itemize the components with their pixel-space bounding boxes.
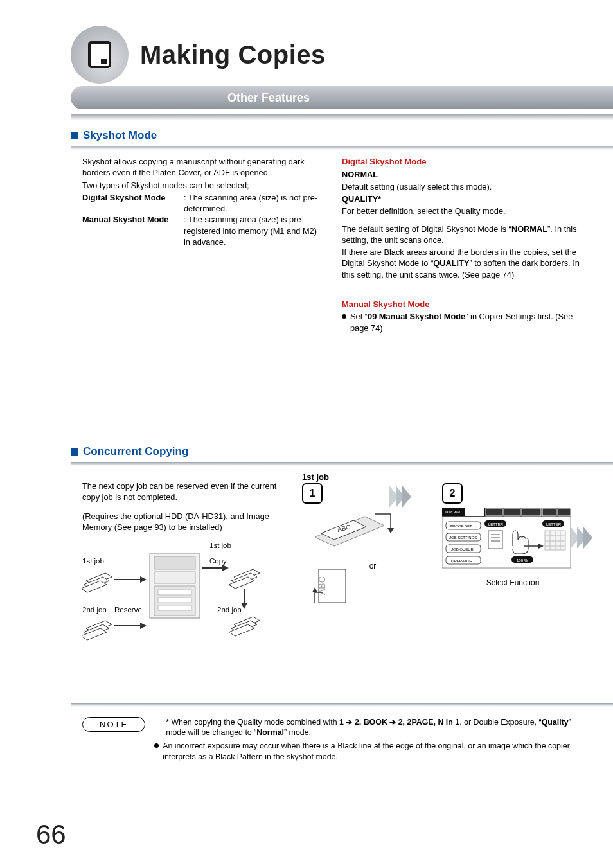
page-number: 66: [36, 819, 66, 850]
svg-rect-11: [158, 590, 191, 595]
quality-desc: For better definition, select the Qualit…: [342, 206, 583, 217]
header-icon-circle: [71, 26, 129, 84]
section-heading-concurrent: Concurrent Copying: [71, 445, 613, 458]
default-para-1: The default setting of Digital Skyshot M…: [342, 224, 583, 246]
svg-text:OPERATOR: OPERATOR: [451, 559, 473, 563]
svg-text:100 %: 100 %: [517, 558, 528, 562]
digital-mode-label: Digital Skyshot Mode: [82, 192, 184, 215]
skyshot-intro-1: Skyshot allows copying a manuscript with…: [82, 156, 324, 179]
manual-bullet-row: Set “09 Manual Skyshot Mode” in Copier S…: [342, 311, 583, 333]
step-pair: 1 ABC AB: [302, 483, 583, 612]
square-bullet-icon: [71, 448, 78, 456]
quality-label: QUALITY*: [342, 194, 381, 204]
note-item-2: An incorrect exposure may occur when the…: [154, 741, 583, 762]
svg-text:JOB SETTINGS: JOB SETTINGS: [449, 536, 477, 540]
note-label: NOTE: [82, 717, 145, 732]
step-1: 1 ABC AB: [302, 483, 431, 612]
note-row: NOTE * When copying the Quality mode com…: [82, 717, 583, 765]
concurrent-body: The next copy job can be reserved even i…: [82, 472, 583, 658]
page-header: Making Copies: [71, 26, 613, 84]
svg-text:ABC: ABC: [317, 576, 327, 595]
step-number-1: 1: [302, 483, 323, 504]
step1-illustration: ABC ABC: [302, 508, 411, 604]
divider-line: [342, 292, 583, 292]
svg-rect-8: [154, 556, 195, 569]
manual-mode-desc: : The scanning area (size) is pre-regist…: [184, 214, 324, 247]
normal-desc: Default setting (usually select this mod…: [342, 181, 583, 192]
skyshot-body: Skyshot allows copying a manuscript with…: [82, 156, 583, 333]
section-heading-skyshot: Skyshot Mode: [71, 129, 613, 142]
job-flow-diagram: 1st job 1st job Copy 2nd job Reserve 2nd…: [82, 542, 294, 658]
header-rule: [71, 113, 613, 120]
svg-rect-42: [486, 508, 502, 516]
svg-rect-45: [542, 508, 556, 516]
job-flow-svg: [82, 542, 294, 658]
bullet-icon: [342, 314, 346, 319]
note-body: * When copying the Quality mode combined…: [154, 717, 583, 765]
skyshot-intro-2: Two types of Skyshot modes can be select…: [82, 180, 324, 191]
concurrent-line1: The next copy job can be reserved even i…: [82, 481, 294, 503]
step-number-2: 2: [442, 483, 463, 504]
step2-illustration: BASIC MENU PROOF SET: [442, 508, 583, 578]
svg-marker-28: [140, 623, 147, 629]
default-para-2: If there are Black areas around the bord…: [342, 247, 583, 280]
svg-marker-6: [140, 576, 147, 583]
digital-mode-desc: : The scanning area (size) is not pre-de…: [184, 192, 324, 215]
bullet-icon: [154, 743, 159, 748]
svg-text:PROOF SET: PROOF SET: [450, 524, 472, 528]
subheader-text: Other Features: [225, 86, 613, 109]
svg-rect-13: [158, 605, 191, 610]
manual-heading: Manual Skyshot Mode: [342, 299, 583, 310]
svg-rect-46: [558, 508, 571, 516]
concurrent-line2: (Requires the optional HDD (DA-HD31), an…: [82, 511, 294, 533]
page-title: Making Copies: [140, 40, 326, 69]
svg-rect-9: [154, 572, 195, 583]
svg-marker-20: [241, 603, 247, 609]
svg-marker-38: [402, 486, 411, 508]
section-heading-text: Skyshot Mode: [83, 129, 157, 142]
manual-mode-line: Manual Skyshot Mode : The scanning area …: [82, 214, 324, 247]
svg-text:BASIC MENU: BASIC MENU: [445, 511, 461, 514]
document-icon: [88, 41, 111, 68]
bottom-rule: [71, 703, 613, 707]
svg-rect-1: [101, 59, 107, 64]
svg-marker-15: [222, 565, 229, 571]
svg-text:JOB QUEUE: JOB QUEUE: [451, 547, 474, 551]
subheader-bar: Other Features: [0, 86, 613, 109]
subheader-pill: [71, 86, 225, 109]
section-rule: [71, 462, 613, 466]
svg-rect-44: [522, 508, 541, 516]
concurrent-right: 1st job 1 ABC: [302, 472, 583, 658]
section-heading-text: Concurrent Copying: [83, 445, 188, 458]
svg-text:LETTER: LETTER: [546, 522, 562, 526]
svg-marker-35: [312, 587, 317, 592]
manual-mode-label: Manual Skyshot Mode: [82, 214, 184, 247]
note-item-1: * When copying the Quality mode combined…: [154, 717, 583, 738]
svg-marker-32: [387, 528, 394, 533]
svg-rect-12: [158, 598, 191, 603]
chevron-right-icon: [571, 527, 596, 549]
digital-mode-line: Digital Skyshot Mode : The scanning area…: [82, 192, 324, 215]
skyshot-left-col: Skyshot allows copying a manuscript with…: [82, 156, 324, 333]
svg-marker-77: [583, 527, 592, 549]
select-function-label: Select Function: [442, 578, 583, 587]
skyshot-right-col: Digital Skyshot Mode NORMAL Default sett…: [342, 156, 583, 333]
normal-label: NORMAL: [342, 170, 378, 179]
section-rule: [71, 146, 613, 150]
manual-bullet-text: Set “09 Manual Skyshot Mode” in Copier S…: [350, 311, 583, 333]
step-2: 2 BASIC MENU: [442, 483, 583, 612]
svg-rect-41: [465, 508, 484, 516]
svg-text:LETTER: LETTER: [488, 522, 504, 526]
asterisk-icon: [154, 717, 162, 738]
svg-rect-33: [319, 569, 346, 603]
svg-rect-43: [504, 508, 520, 516]
concurrent-left: The next copy job can be reserved even i…: [82, 472, 294, 658]
first-job-header: 1st job: [302, 472, 583, 482]
svg-rect-60: [488, 531, 502, 549]
chevron-right-icon: [389, 486, 415, 508]
digital-heading: Digital Skyshot Mode: [342, 156, 583, 168]
square-bullet-icon: [71, 132, 78, 139]
